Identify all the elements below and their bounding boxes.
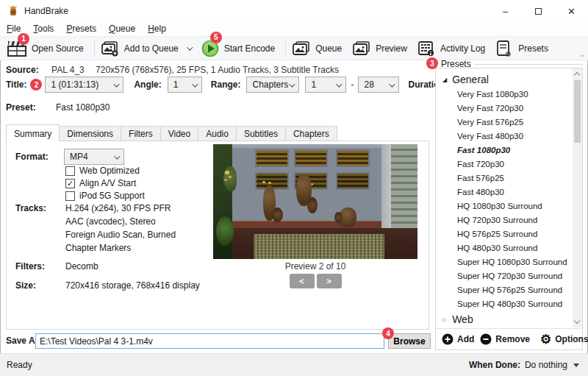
range-type-select[interactable]: Chapters: [246, 77, 299, 93]
badge-2: 2: [30, 79, 42, 91]
preset-item[interactable]: Super HQ 576p25 Surround: [436, 283, 573, 297]
title-select[interactable]: 1 (01:31:13): [45, 77, 123, 93]
preset-item[interactable]: HQ 1080p30 Surround: [436, 199, 573, 213]
preview-plant-flower: [225, 171, 229, 174]
preset-item[interactable]: Fast 480p30: [436, 185, 573, 199]
tab-filters[interactable]: Filters: [121, 126, 161, 141]
range-label: Range:: [211, 79, 241, 90]
tab-dimensions[interactable]: Dimensions: [60, 126, 121, 141]
checkbox-unchecked-icon[interactable]: [65, 166, 75, 176]
format-select[interactable]: MP4: [64, 149, 124, 165]
checkbox-align-a-v-start[interactable]: ✓Align A/V Start: [65, 178, 136, 188]
tab-audio[interactable]: Audio: [198, 126, 237, 141]
add-preset-button[interactable]: Add: [442, 333, 474, 345]
presets-scrollbar[interactable]: [573, 68, 582, 327]
preset-options-button[interactable]: ⚙ Options: [540, 333, 588, 346]
preset-item[interactable]: Very Fast 480p30: [436, 130, 573, 143]
preset-item[interactable]: Very Fast 1080p30: [436, 88, 573, 102]
preview-nav: < >: [213, 274, 417, 288]
preview-pane: [336, 172, 370, 190]
menu-tools[interactable]: Tools: [33, 22, 60, 35]
preset-item[interactable]: HQ 576p25 Surround: [436, 227, 573, 241]
preset-item[interactable]: Very Fast 576p25: [436, 116, 573, 130]
angle-select-value: 1: [173, 79, 179, 90]
presets-header-line: [474, 64, 583, 65]
when-done-control[interactable]: When Done: Do nothing: [469, 360, 579, 370]
menu-presets[interactable]: Presets: [66, 22, 103, 35]
preview-button[interactable]: Preview: [349, 38, 415, 59]
preview-caption: Preview 2 of 10: [213, 261, 417, 272]
menu-help[interactable]: Help: [148, 22, 173, 35]
range-to-select[interactable]: 28: [358, 77, 399, 93]
checkbox-unchecked-icon[interactable]: [65, 191, 75, 201]
menu-queue[interactable]: Queue: [109, 22, 142, 35]
preset-item[interactable]: Super HQ 720p30 Surround: [436, 269, 573, 283]
preset-group-general[interactable]: ◢General: [436, 71, 573, 88]
remove-preset-button[interactable]: Remove: [480, 333, 530, 345]
window-controls: – ✕: [489, 0, 588, 22]
start-encode-button[interactable]: 5 Start Encode: [198, 38, 282, 60]
tab-video[interactable]: Video: [161, 126, 198, 141]
presets-actions: Add Remove ⚙ Options: [436, 328, 582, 350]
toolbar-overflow-icon[interactable]: ⌄: [579, 51, 585, 58]
tree-collapsed-icon[interactable]: ▷: [442, 316, 447, 323]
preset-item[interactable]: Super HQ 1080p30 Surround: [436, 255, 573, 269]
tree-expanded-icon[interactable]: ◢: [442, 77, 447, 83]
add-to-queue-button[interactable]: Add to Queue: [98, 38, 198, 59]
scroll-up-icon[interactable]: [574, 72, 580, 78]
preset-item[interactable]: Fast 576p25: [436, 171, 573, 185]
preset-item[interactable]: Very Fast 720p30: [436, 102, 573, 116]
angle-select[interactable]: 1: [168, 77, 202, 93]
preset-item[interactable]: Fast 1080p30: [436, 143, 573, 157]
title-select-value: 1 (01:31:13): [51, 79, 98, 90]
preset-row: Preset: Fast 1080p30: [6, 102, 110, 113]
activity-log-button[interactable]: Activity Log: [415, 38, 492, 59]
tab-chapters[interactable]: Chapters: [286, 126, 337, 141]
filters-label: Filters:: [15, 261, 45, 272]
maximize-icon: [535, 8, 542, 15]
close-button[interactable]: ✕: [555, 0, 588, 22]
checkbox-checked-icon[interactable]: ✓: [65, 179, 75, 188]
when-done-value: Do nothing: [525, 360, 567, 370]
title-label: Title:: [6, 79, 26, 90]
preset-group-web[interactable]: ▷Web: [436, 311, 573, 327]
browse-button[interactable]: Browse: [388, 333, 431, 349]
presets-toolbar-button[interactable]: ⚙ Presets: [492, 38, 556, 59]
minimize-button[interactable]: –: [489, 0, 522, 22]
save-as-input[interactable]: [35, 333, 384, 349]
tab-summary[interactable]: Summary: [6, 124, 60, 141]
activity-log-icon: [417, 40, 435, 57]
range-from-select[interactable]: 1: [305, 77, 346, 93]
checkbox-ipod-5g-support[interactable]: iPod 5G Support: [65, 191, 145, 201]
range-separator: -: [351, 79, 354, 90]
menu-bar: FileToolsPresetsQueueHelp: [0, 22, 588, 36]
gear-icon: ⚙: [540, 333, 551, 346]
preview-chipmunk-tail: [307, 197, 318, 213]
maximize-button[interactable]: [522, 0, 555, 22]
badge-3: 3: [426, 57, 438, 69]
queue-button[interactable]: Queue: [289, 38, 349, 59]
checkbox-label: Web Optimized: [79, 166, 140, 176]
toolbar-separator: [94, 40, 95, 57]
plus-circle-icon: [442, 333, 453, 345]
scroll-down-icon[interactable]: [574, 318, 580, 324]
preset-group-label: Web: [452, 313, 473, 325]
scrollbar-thumb[interactable]: [574, 80, 581, 143]
filters-value: Decomb: [65, 261, 98, 272]
preview-next-button[interactable]: >: [317, 274, 342, 288]
preset-item[interactable]: HQ 480p30 Surround: [436, 241, 573, 255]
preset-item[interactable]: HQ 720p30 Surround: [436, 213, 573, 227]
chevron-down-icon: [192, 81, 198, 87]
badge-5: 5: [210, 32, 222, 43]
angle-label: Angle:: [134, 79, 161, 90]
preview-prev-button[interactable]: <: [290, 274, 315, 288]
checkbox-web-optimized[interactable]: Web Optimized: [65, 166, 140, 176]
tracks-line: H.264 (x264), 30 FPS PFR: [65, 203, 171, 213]
preset-label: Preset:: [6, 102, 36, 113]
preset-item[interactable]: Super HQ 480p30 Surround: [436, 297, 573, 311]
chevron-down-icon: [337, 81, 343, 87]
open-source-button[interactable]: 1 Open Source: [4, 38, 91, 59]
preset-item[interactable]: Fast 720p30: [436, 157, 573, 171]
tab-subtitles[interactable]: Subtitles: [237, 126, 286, 141]
badge-1: 1: [18, 33, 29, 45]
